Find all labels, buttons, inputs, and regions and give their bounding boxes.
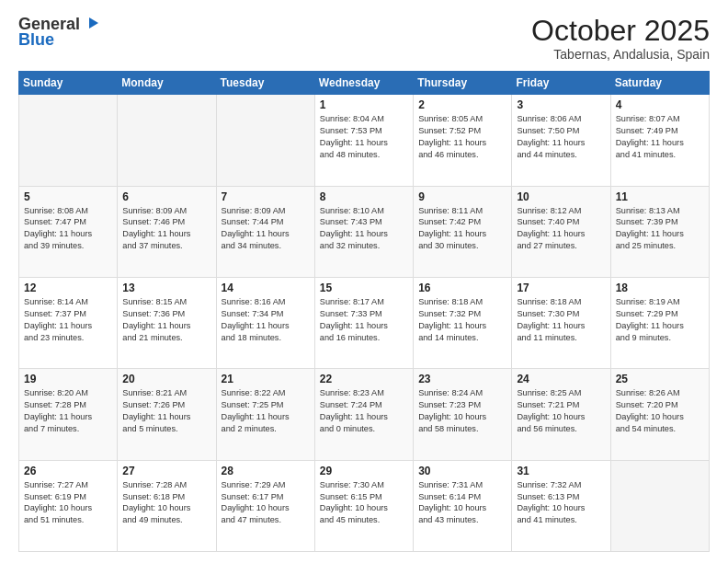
day-info: Sunrise: 8:16 AM Sunset: 7:34 PM Dayligh… [222,296,310,344]
day-info: Sunrise: 8:22 AM Sunset: 7:25 PM Dayligh… [222,387,310,435]
calendar-cell: 28Sunrise: 7:29 AM Sunset: 6:17 PM Dayli… [216,460,314,551]
day-number: 29 [320,465,408,477]
calendar-week-2: 5Sunrise: 8:08 AM Sunset: 7:47 PM Daylig… [19,186,710,277]
calendar-header-row: Sunday Monday Tuesday Wednesday Thursday… [19,72,710,95]
col-monday: Monday [118,72,216,95]
day-number: 12 [24,282,112,294]
day-info: Sunrise: 7:32 AM Sunset: 6:13 PM Dayligh… [517,479,605,527]
col-friday: Friday [512,72,610,95]
day-info: Sunrise: 8:13 AM Sunset: 7:39 PM Dayligh… [616,205,704,253]
calendar-table: Sunday Monday Tuesday Wednesday Thursday… [18,71,710,552]
calendar-cell: 31Sunrise: 7:32 AM Sunset: 6:13 PM Dayli… [512,460,610,551]
col-wednesday: Wednesday [314,72,413,95]
calendar-cell [610,460,709,551]
day-number: 9 [418,190,506,203]
day-number: 7 [222,190,310,203]
day-number: 25 [616,373,704,385]
day-number: 19 [24,373,112,385]
day-info: Sunrise: 8:05 AM Sunset: 7:52 PM Dayligh… [418,113,506,161]
day-number: 26 [24,465,112,477]
day-info: Sunrise: 7:30 AM Sunset: 6:15 PM Dayligh… [320,479,408,527]
svg-marker-0 [89,17,98,29]
calendar-cell: 3Sunrise: 8:06 AM Sunset: 7:50 PM Daylig… [512,95,610,186]
day-number: 14 [222,282,310,294]
day-number: 5 [24,190,112,203]
day-info: Sunrise: 8:10 AM Sunset: 7:43 PM Dayligh… [320,205,408,253]
day-number: 2 [418,98,506,111]
location: Tabernas, Andalusia, Spain [531,47,710,62]
day-number: 6 [122,190,210,203]
calendar-cell: 19Sunrise: 8:20 AM Sunset: 7:28 PM Dayli… [19,369,118,460]
calendar-cell: 27Sunrise: 7:28 AM Sunset: 6:18 PM Dayli… [118,460,216,551]
day-info: Sunrise: 8:08 AM Sunset: 7:47 PM Dayligh… [24,205,112,253]
calendar-cell: 29Sunrise: 7:30 AM Sunset: 6:15 PM Dayli… [314,460,413,551]
calendar-cell: 11Sunrise: 8:13 AM Sunset: 7:39 PM Dayli… [610,186,709,277]
day-number: 20 [122,373,210,385]
day-info: Sunrise: 8:06 AM Sunset: 7:50 PM Dayligh… [517,113,605,161]
calendar-cell: 22Sunrise: 8:23 AM Sunset: 7:24 PM Dayli… [314,369,413,460]
day-info: Sunrise: 7:28 AM Sunset: 6:18 PM Dayligh… [122,479,210,527]
day-number: 10 [517,190,605,203]
calendar-cell: 13Sunrise: 8:15 AM Sunset: 7:36 PM Dayli… [118,277,216,368]
day-number: 28 [222,465,310,477]
calendar-cell: 2Sunrise: 8:05 AM Sunset: 7:52 PM Daylig… [414,95,512,186]
calendar-week-4: 19Sunrise: 8:20 AM Sunset: 7:28 PM Dayli… [19,369,710,460]
day-number: 18 [616,282,704,294]
calendar-cell: 18Sunrise: 8:19 AM Sunset: 7:29 PM Dayli… [610,277,709,368]
calendar-week-5: 26Sunrise: 7:27 AM Sunset: 6:19 PM Dayli… [19,460,710,551]
calendar-cell: 24Sunrise: 8:25 AM Sunset: 7:21 PM Dayli… [512,369,610,460]
calendar-cell: 5Sunrise: 8:08 AM Sunset: 7:47 PM Daylig… [19,186,118,277]
calendar-cell: 4Sunrise: 8:07 AM Sunset: 7:49 PM Daylig… [610,95,709,186]
day-info: Sunrise: 8:25 AM Sunset: 7:21 PM Dayligh… [517,387,605,435]
calendar-cell: 16Sunrise: 8:18 AM Sunset: 7:32 PM Dayli… [414,277,512,368]
calendar-cell: 25Sunrise: 8:26 AM Sunset: 7:20 PM Dayli… [610,369,709,460]
day-number: 31 [517,465,605,477]
col-sunday: Sunday [19,72,118,95]
day-number: 1 [320,98,408,111]
day-info: Sunrise: 8:21 AM Sunset: 7:26 PM Dayligh… [122,387,210,435]
day-number: 13 [122,282,210,294]
calendar-week-1: 1Sunrise: 8:04 AM Sunset: 7:53 PM Daylig… [19,95,710,186]
month-title: October 2025 [531,15,710,47]
calendar-cell: 6Sunrise: 8:09 AM Sunset: 7:46 PM Daylig… [118,186,216,277]
day-info: Sunrise: 8:24 AM Sunset: 7:23 PM Dayligh… [418,387,506,435]
calendar-cell: 1Sunrise: 8:04 AM Sunset: 7:53 PM Daylig… [314,95,413,186]
title-block: October 2025 Tabernas, Andalusia, Spain [531,15,710,62]
calendar-cell: 7Sunrise: 8:09 AM Sunset: 7:44 PM Daylig… [216,186,314,277]
day-info: Sunrise: 8:11 AM Sunset: 7:42 PM Dayligh… [418,205,506,253]
day-number: 15 [320,282,408,294]
day-number: 21 [222,373,310,385]
day-number: 27 [122,465,210,477]
calendar-cell: 12Sunrise: 8:14 AM Sunset: 7:37 PM Dayli… [19,277,118,368]
day-info: Sunrise: 8:12 AM Sunset: 7:40 PM Dayligh… [517,205,605,253]
header: General Blue October 2025 Tabernas, Anda… [18,15,710,62]
calendar-cell: 20Sunrise: 8:21 AM Sunset: 7:26 PM Dayli… [118,369,216,460]
calendar-cell [19,95,118,186]
day-number: 17 [517,282,605,294]
day-info: Sunrise: 8:09 AM Sunset: 7:46 PM Dayligh… [122,205,210,253]
day-number: 16 [418,282,506,294]
calendar-cell [118,95,216,186]
calendar-cell: 26Sunrise: 7:27 AM Sunset: 6:19 PM Dayli… [19,460,118,551]
day-number: 4 [616,98,704,111]
day-info: Sunrise: 8:15 AM Sunset: 7:36 PM Dayligh… [122,296,210,344]
calendar-cell: 21Sunrise: 8:22 AM Sunset: 7:25 PM Dayli… [216,369,314,460]
col-thursday: Thursday [414,72,512,95]
day-info: Sunrise: 8:26 AM Sunset: 7:20 PM Dayligh… [616,387,704,435]
day-info: Sunrise: 8:20 AM Sunset: 7:28 PM Dayligh… [24,387,112,435]
day-info: Sunrise: 7:31 AM Sunset: 6:14 PM Dayligh… [418,479,506,527]
calendar-cell: 10Sunrise: 8:12 AM Sunset: 7:40 PM Dayli… [512,186,610,277]
day-info: Sunrise: 8:18 AM Sunset: 7:30 PM Dayligh… [517,296,605,344]
calendar-cell: 30Sunrise: 7:31 AM Sunset: 6:14 PM Dayli… [414,460,512,551]
logo-icon [82,16,100,34]
day-info: Sunrise: 8:09 AM Sunset: 7:44 PM Dayligh… [222,205,310,253]
day-number: 24 [517,373,605,385]
calendar-cell: 9Sunrise: 8:11 AM Sunset: 7:42 PM Daylig… [414,186,512,277]
day-info: Sunrise: 7:27 AM Sunset: 6:19 PM Dayligh… [24,479,112,527]
calendar-cell: 17Sunrise: 8:18 AM Sunset: 7:30 PM Dayli… [512,277,610,368]
day-info: Sunrise: 8:07 AM Sunset: 7:49 PM Dayligh… [616,113,704,161]
logo-blue: Blue [18,30,54,50]
day-info: Sunrise: 7:29 AM Sunset: 6:17 PM Dayligh… [222,479,310,527]
day-number: 8 [320,190,408,203]
calendar-cell: 23Sunrise: 8:24 AM Sunset: 7:23 PM Dayli… [414,369,512,460]
